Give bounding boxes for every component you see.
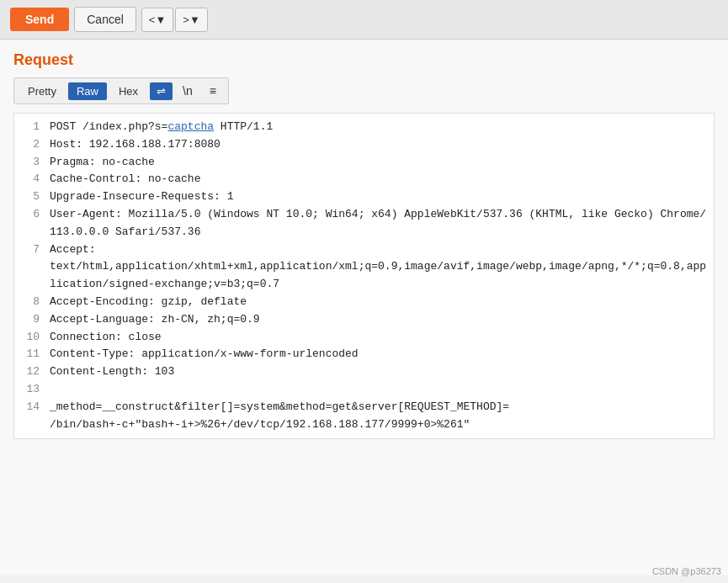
table-row: 6 User-Agent: Mozilla/5.0 (Windows NT 10… [14, 206, 714, 241]
prev-dropdown-icon: ▼ [155, 13, 166, 26]
watermark: CSDN @p36273 [652, 566, 721, 575]
next-icon: > [183, 13, 189, 26]
table-row: 12 Content-Length: 103 [14, 363, 714, 381]
line-number: 9 [21, 311, 40, 329]
tab-menu[interactable]: ≡ [203, 82, 223, 100]
line-number: 4 [21, 171, 40, 188]
table-row: 14 _method=__construct&filter[]=system&m… [14, 399, 714, 434]
main-content: Request Pretty Raw Hex ⇌ \n ≡ 1 POST /in… [0, 40, 728, 575]
line-content: Host: 192.168.188.177:8080 [50, 136, 707, 154]
line-content: Accept: text/html,application/xhtml+xml,… [50, 241, 707, 294]
tab-newline[interactable]: \n [176, 82, 199, 100]
cancel-button[interactable]: Cancel [74, 7, 136, 32]
captcha-link[interactable]: captcha [167, 120, 214, 133]
line-content: Upgrade-Insecure-Requests: 1 [50, 188, 707, 206]
line-number: 14 [21, 399, 40, 434]
table-row: 9 Accept-Language: zh-CN, zh;q=0.9 [14, 311, 714, 329]
table-row: 11 Content-Type: application/x-www-form-… [14, 346, 714, 363]
table-row: 4 Cache-Control: no-cache [14, 171, 714, 188]
line-number: 2 [21, 136, 40, 154]
line-number: 11 [21, 346, 40, 363]
line-content [50, 381, 707, 399]
line-content: Content-Type: application/x-www-form-url… [50, 346, 707, 363]
tab-hex[interactable]: Hex [110, 82, 146, 100]
line-content: Connection: close [50, 329, 707, 347]
table-row: 1 POST /index.php?s=captcha HTTP/1.1 [14, 119, 714, 136]
line-number: 12 [21, 363, 40, 381]
line-number: 5 [21, 188, 40, 206]
line-number: 13 [21, 381, 40, 399]
table-row: 3 Pragma: no-cache [14, 154, 714, 172]
line-number: 1 [21, 119, 40, 136]
line-content: Accept-Language: zh-CN, zh;q=0.9 [50, 311, 707, 329]
tab-wrap[interactable]: ⇌ [150, 82, 173, 100]
next-dropdown-icon: ▼ [189, 13, 200, 26]
table-row: 8 Accept-Encoding: gzip, deflate [14, 294, 714, 311]
line-number: 10 [21, 329, 40, 347]
line-content: POST /index.php?s=captcha HTTP/1.1 [50, 119, 707, 136]
request-title: Request [13, 51, 715, 69]
line-content: Accept-Encoding: gzip, deflate [50, 294, 707, 311]
prev-icon: < [149, 13, 156, 26]
next-button[interactable]: > ▼ [175, 8, 207, 32]
tab-raw[interactable]: Raw [68, 82, 107, 100]
line-content: Cache-Control: no-cache [50, 171, 707, 188]
line-number: 6 [21, 206, 40, 241]
table-row: 2 Host: 192.168.188.177:8080 [14, 136, 714, 154]
toolbar: Send Cancel < ▼ > ▼ [0, 0, 728, 40]
table-row: 7 Accept: text/html,application/xhtml+xm… [14, 241, 714, 294]
line-number: 7 [21, 241, 40, 294]
prev-button[interactable]: < ▼ [141, 8, 173, 32]
line-content: Content-Length: 103 [50, 363, 707, 381]
code-area: 1 POST /index.php?s=captcha HTTP/1.1 2 H… [13, 113, 715, 439]
line-number: 3 [21, 154, 40, 172]
nav-group: < ▼ > ▼ [141, 8, 208, 32]
line-content: User-Agent: Mozilla/5.0 (Windows NT 10.0… [50, 206, 707, 241]
line-number: 8 [21, 294, 40, 311]
line-content: _method=__construct&filter[]=system&meth… [50, 399, 707, 434]
view-tabs: Pretty Raw Hex ⇌ \n ≡ [13, 77, 229, 104]
table-row: 5 Upgrade-Insecure-Requests: 1 [14, 188, 714, 206]
send-button[interactable]: Send [10, 8, 69, 31]
line-content: Pragma: no-cache [50, 154, 707, 172]
table-row: 10 Connection: close [14, 329, 714, 347]
table-row: 13 [14, 381, 714, 399]
tab-pretty[interactable]: Pretty [19, 82, 65, 100]
